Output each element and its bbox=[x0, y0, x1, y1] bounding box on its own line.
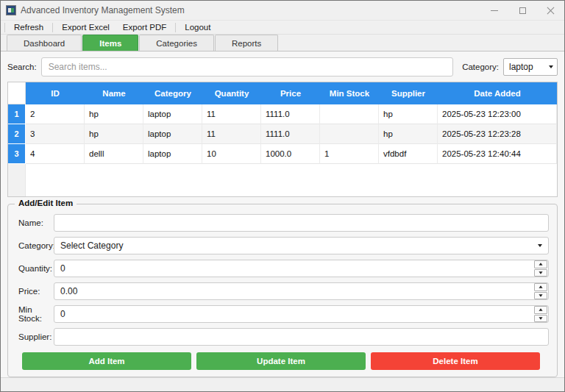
form-row: Name: bbox=[13, 214, 549, 232]
category-dropdown[interactable]: Select Category bbox=[54, 237, 549, 254]
export-pdf-button[interactable]: Export PDF bbox=[116, 21, 173, 33]
column-header-price[interactable]: Price bbox=[261, 82, 320, 104]
table-cell[interactable]: vfdbdf bbox=[379, 144, 438, 164]
table-cell[interactable]: 2 bbox=[26, 104, 85, 124]
column-header-quantity[interactable]: Quantity bbox=[202, 82, 261, 104]
table-cell[interactable]: 4 bbox=[26, 144, 85, 164]
title-bar: Advanced Inventory Management System bbox=[1, 1, 564, 20]
app-icon bbox=[6, 5, 16, 15]
spin-down-button[interactable] bbox=[534, 292, 547, 300]
category-dropdown-value: Select Category bbox=[60, 240, 123, 251]
column-header-supplier[interactable]: Supplier bbox=[379, 82, 438, 104]
chevron-down-icon bbox=[549, 65, 553, 68]
table-cell[interactable]: 2025-05-23 12:23:28 bbox=[438, 124, 557, 144]
table-cell[interactable]: hp bbox=[379, 124, 438, 144]
table-cell[interactable]: delll bbox=[85, 144, 143, 164]
arrow-down-icon bbox=[539, 271, 542, 274]
close-icon bbox=[547, 7, 555, 15]
toolbar-separator bbox=[4, 23, 5, 32]
table-cell[interactable]: 1111.0 bbox=[261, 124, 320, 144]
min-stock-label: Min Stock: bbox=[13, 305, 54, 323]
table-corner-button[interactable] bbox=[8, 82, 26, 104]
action-buttons-row: Add Item Update Item Delete Item bbox=[13, 351, 549, 370]
column-header-min-stock[interactable]: Min Stock bbox=[320, 82, 379, 104]
add-item-button[interactable]: Add Item bbox=[22, 352, 191, 370]
tab-items[interactable]: Items bbox=[82, 35, 138, 51]
table-cell[interactable]: 1000.0 bbox=[261, 144, 320, 164]
form-row: Quantity: bbox=[13, 260, 549, 277]
form-row: Price: bbox=[13, 282, 549, 300]
delete-item-button[interactable]: Delete Item bbox=[371, 352, 540, 370]
update-item-button[interactable]: Update Item bbox=[196, 352, 366, 370]
supplier-label: Supplier: bbox=[13, 332, 54, 341]
table-cell[interactable]: 11 bbox=[202, 124, 261, 144]
name-field[interactable] bbox=[54, 214, 549, 232]
quantity-stepper[interactable] bbox=[54, 260, 549, 277]
table-cell[interactable]: 10 bbox=[202, 144, 261, 164]
table-cell[interactable]: 3 bbox=[26, 124, 85, 144]
spin-up-button[interactable] bbox=[534, 260, 547, 268]
form-row: Min Stock: bbox=[13, 305, 549, 323]
arrow-down-icon bbox=[539, 294, 542, 296]
name-label: Name: bbox=[13, 218, 54, 227]
app-window: Advanced Inventory Management System Ref… bbox=[0, 0, 565, 392]
search-input[interactable] bbox=[41, 57, 454, 76]
category-filter-dropdown[interactable]: laptop bbox=[503, 58, 558, 76]
close-button[interactable] bbox=[536, 1, 564, 20]
column-header-id[interactable]: ID bbox=[26, 82, 85, 104]
table-cell[interactable] bbox=[320, 104, 379, 124]
table-cell[interactable]: 1111.0 bbox=[261, 104, 320, 124]
tab-categories[interactable]: Categories bbox=[139, 35, 214, 51]
row-number-header[interactable]: 2 bbox=[8, 124, 26, 144]
table-cell[interactable]: laptop bbox=[143, 144, 202, 164]
table-cell[interactable]: 11 bbox=[202, 104, 261, 124]
table-cell[interactable]: hp bbox=[85, 104, 143, 124]
row-number-header[interactable]: 1 bbox=[8, 104, 26, 124]
price-stepper[interactable] bbox=[54, 282, 549, 300]
table-cell[interactable]: 2025-05-23 12:23:00 bbox=[438, 104, 557, 124]
export-excel-button[interactable]: Export Excel bbox=[55, 21, 116, 33]
group-title: Add/Edit Item bbox=[15, 199, 77, 207]
table-row[interactable]: 2 3 hp laptop 11 1111.0 hp 2025-05-23 12… bbox=[8, 124, 557, 144]
arrow-down-icon bbox=[539, 317, 542, 319]
supplier-field[interactable] bbox=[54, 328, 549, 346]
column-header-name[interactable]: Name bbox=[85, 82, 143, 104]
table-row[interactable]: 3 4 delll laptop 10 1000.0 1 vfdbdf 2025… bbox=[8, 144, 557, 164]
spinner-buttons bbox=[534, 260, 547, 277]
column-header-date-added[interactable]: Date Added bbox=[438, 82, 557, 104]
spinner-buttons bbox=[534, 306, 547, 322]
category-filter-value: laptop bbox=[509, 62, 533, 72]
window-controls bbox=[480, 1, 564, 20]
refresh-button[interactable]: Refresh bbox=[7, 21, 50, 33]
maximize-button[interactable] bbox=[508, 1, 536, 20]
arrow-up-icon bbox=[539, 263, 542, 266]
spin-down-button[interactable] bbox=[534, 269, 547, 277]
table-cell[interactable]: 2025-05-23 12:40:44 bbox=[438, 144, 557, 164]
row-number-header[interactable]: 3 bbox=[8, 144, 26, 164]
table-cell[interactable]: hp bbox=[85, 124, 143, 144]
price-label: Price: bbox=[13, 287, 54, 296]
table-cell[interactable]: hp bbox=[379, 104, 438, 124]
table-row[interactable]: 1 2 hp laptop 11 1111.0 hp 2025-05-23 12… bbox=[8, 104, 557, 124]
add-edit-item-group: Add/Edit Item Name: Category: Select Cat… bbox=[7, 204, 558, 377]
filter-row: Search: Category: laptop bbox=[7, 57, 558, 76]
tab-reports[interactable]: Reports bbox=[215, 35, 278, 51]
spin-up-button[interactable] bbox=[534, 283, 547, 291]
column-header-category[interactable]: Category bbox=[143, 82, 202, 104]
table-cell[interactable]: laptop bbox=[143, 104, 202, 124]
toolbar: Refresh Export Excel Export PDF Logout bbox=[1, 20, 564, 35]
tab-dashboard[interactable]: Dashboard bbox=[7, 35, 82, 51]
minimize-button[interactable] bbox=[480, 1, 508, 20]
table-cell[interactable]: laptop bbox=[143, 124, 202, 144]
table-header-row: ID Name Category Quantity Price Min Stoc… bbox=[8, 82, 557, 104]
spin-up-button[interactable] bbox=[534, 306, 547, 314]
toolbar-separator bbox=[175, 23, 176, 32]
table-cell[interactable]: 1 bbox=[320, 144, 379, 164]
arrow-up-icon bbox=[539, 286, 542, 288]
min-stock-stepper[interactable] bbox=[54, 305, 549, 323]
minimize-icon bbox=[491, 10, 498, 11]
table-cell[interactable] bbox=[320, 124, 379, 144]
category-label: Category: bbox=[13, 241, 54, 250]
logout-button[interactable]: Logout bbox=[178, 21, 217, 33]
spin-down-button[interactable] bbox=[534, 315, 547, 323]
